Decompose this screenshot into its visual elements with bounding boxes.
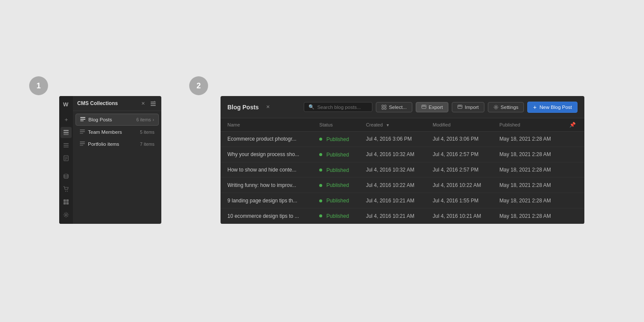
blog-posts-panel: Blog Posts ✕ 🔍 Select... Export bbox=[221, 96, 584, 224]
cart-icon[interactable] bbox=[60, 184, 72, 195]
collection-count: 7 items bbox=[140, 141, 154, 147]
svg-rect-5 bbox=[63, 145, 69, 146]
table-toolbar: Blog Posts ✕ 🔍 Select... Export bbox=[221, 96, 584, 118]
table-row[interactable]: How to show and hide conte... Published … bbox=[221, 162, 584, 178]
cms-header: CMS Collections ✕ bbox=[73, 96, 161, 111]
svg-rect-37 bbox=[422, 105, 426, 108]
cell-status: Published bbox=[312, 147, 359, 162]
table-header-row: Name Status Created ▼ Modified Published… bbox=[221, 118, 584, 132]
settings-button[interactable]: Settings bbox=[488, 102, 524, 112]
layers-icon[interactable] bbox=[60, 140, 72, 151]
step-badge-2: 2 bbox=[189, 76, 208, 95]
search-input[interactable] bbox=[317, 105, 368, 110]
svg-rect-24 bbox=[80, 117, 85, 118]
cms-header-title: CMS Collections bbox=[77, 100, 136, 106]
cell-created: Jul 4, 2016 10:32 AM bbox=[359, 147, 426, 162]
status-text: Published bbox=[327, 152, 349, 158]
cell-created: Jul 4, 2016 10:32 AM bbox=[359, 162, 426, 178]
svg-rect-32 bbox=[80, 145, 83, 146]
table-close-button[interactable]: ✕ bbox=[264, 103, 272, 111]
svg-rect-28 bbox=[80, 131, 85, 132]
svg-point-45 bbox=[495, 106, 497, 108]
table-row[interactable]: 10 ecommerce design tips to ... Publishe… bbox=[221, 208, 584, 224]
status-text: Published bbox=[327, 136, 349, 142]
new-post-button[interactable]: + New Blog Post bbox=[527, 102, 577, 113]
search-box[interactable]: 🔍 bbox=[304, 102, 372, 112]
cell-name: Why your design process sho... bbox=[221, 147, 312, 162]
svg-text:W: W bbox=[63, 101, 69, 107]
plus-icon: + bbox=[533, 104, 536, 110]
table-row[interactable]: 9 landing page design tips th... Publish… bbox=[221, 193, 584, 208]
svg-rect-41 bbox=[458, 105, 462, 108]
table-body: Ecommerce product photogr... Published J… bbox=[221, 132, 584, 224]
table-title: Blog Posts bbox=[227, 104, 259, 111]
cell-name: 9 landing page design tips th... bbox=[221, 193, 312, 208]
svg-rect-30 bbox=[80, 141, 85, 142]
collection-count: 6 items bbox=[136, 117, 151, 122]
col-created[interactable]: Created ▼ bbox=[359, 118, 426, 132]
collection-item[interactable]: Blog Posts 6 items › bbox=[76, 114, 159, 126]
cell-published: May 18, 2021 2:28 AM bbox=[493, 147, 562, 162]
import-button[interactable]: Import bbox=[452, 102, 484, 112]
table-row[interactable]: Ecommerce product photogr... Published J… bbox=[221, 132, 584, 147]
status-dot bbox=[319, 169, 322, 172]
col-modified: Modified bbox=[426, 118, 493, 132]
svg-rect-36 bbox=[384, 108, 386, 109]
collection-item[interactable]: Team Members 5 items bbox=[76, 126, 159, 138]
collection-name: Blog Posts bbox=[88, 117, 135, 122]
assets-icon[interactable] bbox=[60, 196, 72, 208]
svg-rect-35 bbox=[382, 108, 384, 109]
col-published: Published bbox=[493, 118, 562, 132]
export-button[interactable]: Export bbox=[416, 102, 448, 112]
cell-published: May 18, 2021 2:28 AM bbox=[493, 178, 562, 193]
status-text: Published bbox=[327, 198, 349, 204]
cms-icon[interactable] bbox=[60, 127, 72, 138]
status-text: Published bbox=[327, 182, 349, 188]
cell-pin bbox=[562, 193, 584, 208]
page-icon[interactable] bbox=[60, 153, 72, 164]
select-button[interactable]: Select... bbox=[376, 102, 412, 112]
database-icon[interactable] bbox=[60, 171, 72, 182]
svg-rect-4 bbox=[63, 143, 69, 144]
webflow-logo: W bbox=[61, 99, 71, 109]
collections-list: Blog Posts 6 items › Team Members 5 item… bbox=[73, 111, 161, 224]
svg-point-18 bbox=[65, 214, 67, 216]
collection-item[interactable]: Portfolio items 7 items bbox=[76, 138, 159, 150]
svg-rect-34 bbox=[384, 105, 386, 107]
cell-created: Jul 4, 2016 3:06 PM bbox=[359, 132, 426, 147]
search-icon: 🔍 bbox=[308, 104, 314, 110]
cell-name: Ecommerce product photogr... bbox=[221, 132, 312, 147]
cell-modified: Jul 4, 2016 2:57 PM bbox=[426, 147, 493, 162]
svg-rect-20 bbox=[151, 103, 156, 104]
svg-rect-15 bbox=[67, 199, 69, 202]
svg-rect-3 bbox=[63, 134, 69, 135]
cell-modified: Jul 4, 2016 10:21 AM bbox=[426, 208, 493, 224]
cell-pin bbox=[562, 132, 584, 147]
sort-arrow-icon: ▼ bbox=[386, 123, 390, 127]
cms-add-collection-button[interactable] bbox=[149, 99, 157, 107]
col-pin: 📌 bbox=[562, 118, 584, 132]
collection-arrow: › bbox=[153, 117, 154, 122]
svg-rect-25 bbox=[80, 119, 85, 120]
cell-modified: Jul 4, 2016 2:57 PM bbox=[426, 162, 493, 178]
add-icon[interactable]: ＋ bbox=[60, 114, 72, 125]
table-row[interactable]: Writing funny: how to improv... Publishe… bbox=[221, 178, 584, 193]
icon-rail: W ＋ bbox=[59, 96, 73, 224]
col-name: Name bbox=[221, 118, 312, 132]
cell-modified: Jul 4, 2016 3:06 PM bbox=[426, 132, 493, 147]
svg-rect-16 bbox=[63, 202, 66, 205]
status-dot bbox=[319, 214, 322, 217]
svg-rect-31 bbox=[80, 143, 85, 144]
collection-count: 5 items bbox=[140, 129, 154, 135]
cell-name: Writing funny: how to improv... bbox=[221, 178, 312, 193]
svg-rect-6 bbox=[63, 147, 69, 147]
settings-rail-icon[interactable] bbox=[60, 209, 72, 220]
svg-rect-17 bbox=[67, 202, 69, 205]
table-row[interactable]: Why your design process sho... Published… bbox=[221, 147, 584, 162]
svg-rect-33 bbox=[382, 105, 384, 107]
cms-close-button[interactable]: ✕ bbox=[139, 99, 147, 107]
svg-rect-2 bbox=[63, 132, 69, 133]
cell-modified: Jul 4, 2016 1:55 PM bbox=[426, 193, 493, 208]
svg-point-13 bbox=[67, 191, 68, 192]
cell-status: Published bbox=[312, 132, 359, 147]
